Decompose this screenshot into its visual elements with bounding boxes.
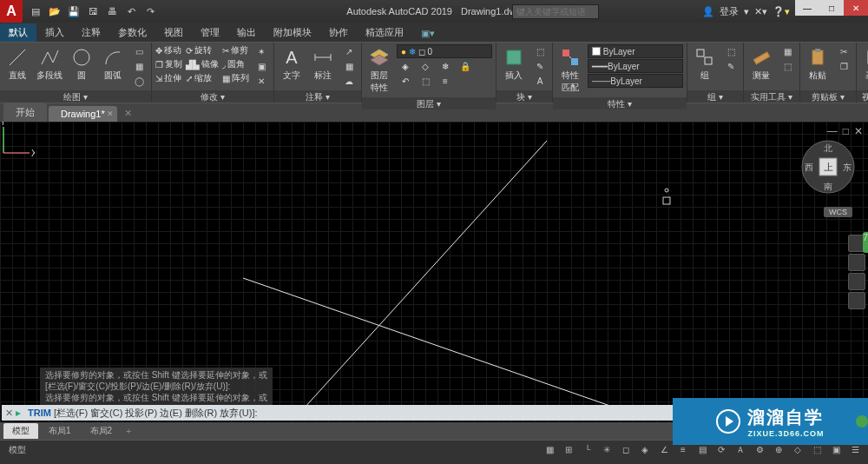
layer-selector[interactable]: ● ❄ ◻ 0 (397, 44, 492, 58)
leader-icon[interactable]: ↗ (340, 44, 358, 58)
tab-addins[interactable]: 附加模块 (265, 23, 320, 42)
model-tab[interactable]: 模型 (3, 423, 38, 439)
scale-icon[interactable]: ⤢ (186, 74, 193, 83)
doctab-add[interactable]: ✕ (119, 105, 137, 122)
hatch-icon[interactable]: ▦ (130, 59, 148, 73)
wcs-badge[interactable]: WCS (824, 207, 852, 217)
qat-saveas-icon[interactable]: 🖫 (85, 3, 101, 19)
doctab-start[interactable]: 开始 (3, 103, 47, 122)
qat-open-icon[interactable]: 📂 (47, 3, 62, 19)
edit-block-icon[interactable]: ✎ (531, 59, 549, 73)
group-label-draw[interactable]: 绘图 ▾ (0, 90, 151, 103)
status-osnap-icon[interactable]: ◻ (618, 443, 634, 457)
status-otrack-icon[interactable]: ∠ (656, 443, 672, 457)
stretch-icon[interactable]: ⇲ (155, 74, 162, 83)
group-label-props[interactable]: 特性 ▾ (553, 97, 687, 109)
rect-icon[interactable]: ▭ (130, 44, 148, 58)
layer-match-icon[interactable]: ⬚ (417, 74, 434, 88)
app-logo[interactable]: A (0, 0, 23, 23)
polyline-button[interactable]: 多段线 (35, 44, 64, 83)
cmdline-close-icon[interactable]: ✕ (2, 408, 16, 419)
tab-featured[interactable]: 精选应用 (357, 23, 412, 42)
color-selector[interactable]: ByLayer (588, 44, 683, 58)
base-button[interactable]: 基点 (860, 44, 868, 83)
tab-parametric[interactable]: 参数化 (109, 23, 155, 42)
arc-button[interactable]: 圆弧 (99, 44, 127, 83)
mirror-icon[interactable]: ▟▙ (186, 60, 200, 70)
table-icon[interactable]: ▦ (340, 59, 358, 73)
doctab-drawing1[interactable]: Drawing1*✕ (49, 106, 117, 122)
insert-block-button[interactable]: 插入 (500, 44, 528, 83)
layer-freeze-icon[interactable]: ❄ (437, 59, 454, 73)
group-edit-icon[interactable]: ✎ (722, 59, 740, 73)
line-button[interactable]: 直线 (3, 44, 31, 83)
qat-new-icon[interactable]: ▤ (28, 3, 43, 19)
layer-lock-icon[interactable]: 🔒 (457, 59, 474, 73)
group-label-modify[interactable]: 修改 ▾ (152, 90, 273, 103)
create-block-icon[interactable]: ⬚ (531, 44, 549, 58)
measure-button[interactable]: 测量 (747, 44, 775, 83)
copy-clip-icon[interactable]: ❐ (835, 59, 852, 73)
status-snap-icon[interactable]: ⊞ (561, 443, 576, 457)
cloud-icon[interactable]: ☁ (340, 74, 358, 88)
close-button[interactable]: ✕ (844, 0, 868, 16)
offset-icon[interactable]: ▣ (253, 59, 270, 73)
search-input[interactable] (512, 4, 599, 19)
tab-default[interactable]: 默认 (0, 23, 36, 42)
move-icon[interactable]: ✥ (155, 46, 162, 56)
status-ortho-icon[interactable]: └ (580, 443, 595, 457)
circle-button[interactable]: 圆 (68, 44, 95, 83)
dim-button[interactable]: 标注 (309, 44, 337, 83)
explode-icon[interactable]: ✶ (253, 44, 270, 58)
status-modespace[interactable]: 模型 (9, 444, 26, 456)
match-props-button[interactable]: 特性 匹配 (556, 44, 584, 96)
layer-walk-icon[interactable]: ≡ (437, 74, 454, 88)
help-icon[interactable]: ❔▾ (773, 6, 790, 17)
minimize-button[interactable]: — (795, 0, 819, 16)
paste-button[interactable]: 粘贴 (804, 44, 832, 83)
title-user-area[interactable]: 👤 登录 ▾ ✕▾ ❔▾ (702, 5, 790, 18)
text-button[interactable]: A文字 (278, 44, 306, 83)
group-button[interactable]: 组 (691, 44, 719, 83)
view-cube[interactable]: 上 北 南 西 东 (800, 139, 856, 195)
group-label-layers[interactable]: 图层 ▾ (362, 97, 496, 109)
erase-icon[interactable]: ✕ (253, 74, 270, 88)
tab-output[interactable]: 输出 (228, 23, 265, 42)
group-label-group[interactable]: 组 ▾ (687, 90, 743, 103)
tab-manage[interactable]: 管理 (192, 23, 228, 42)
qat-undo-icon[interactable]: ↶ (123, 3, 139, 19)
attr-icon[interactable]: A (531, 74, 549, 88)
group-label-view[interactable]: 视图 ▾ (857, 90, 868, 103)
tab-collab[interactable]: 协作 (320, 23, 357, 42)
status-grid-icon[interactable]: ▦ (542, 443, 557, 457)
drawing-canvas[interactable]: — □ ✕ 上 北 南 西 东 WCS Y X 选择要修剪的对象，或按住 Shi… (0, 122, 868, 422)
qat-redo-icon[interactable]: ↷ (142, 3, 158, 19)
linetype-selector[interactable]: ─── ByLayer (588, 74, 683, 88)
group-label-block[interactable]: 块 ▾ (496, 90, 552, 103)
nav-orbit-icon[interactable] (848, 273, 865, 290)
trim-icon[interactable]: ✂ (222, 46, 229, 56)
lineweight-selector[interactable]: ━━━ ByLayer (588, 59, 683, 73)
tab-view[interactable]: 视图 (155, 23, 192, 42)
group-label-util[interactable]: 实用工具 ▾ (744, 90, 799, 103)
ungroup-icon[interactable]: ⬚ (722, 44, 740, 58)
nav-wheel-icon[interactable] (848, 292, 865, 309)
exchange-icon[interactable]: ✕▾ (754, 6, 767, 17)
qselect-icon[interactable]: ⬚ (779, 59, 796, 73)
group-label-annot[interactable]: 注释 ▾ (274, 90, 361, 103)
layer-off-icon[interactable]: ◇ (417, 59, 434, 73)
cut-icon[interactable]: ✂ (835, 44, 852, 58)
layer-iso-icon[interactable]: ◈ (397, 59, 414, 73)
maximize-button[interactable]: □ (819, 0, 844, 16)
layer-props-button[interactable]: 图层 特性 (365, 44, 393, 96)
fillet-icon[interactable]: ◞ (222, 60, 226, 70)
array-icon[interactable]: ▦ (222, 74, 230, 83)
calc-icon[interactable]: ▦ (779, 44, 796, 58)
qat-plot-icon[interactable]: 🖶 (104, 3, 120, 19)
tab-insert[interactable]: 插入 (36, 23, 73, 42)
qat-save-icon[interactable]: 💾 (66, 3, 82, 19)
tab-annotate[interactable]: 注释 (73, 23, 109, 42)
layout2-tab[interactable]: 布局2 (82, 423, 122, 439)
layout-add-tab[interactable]: + (122, 425, 135, 438)
group-label-clip[interactable]: 剪贴板 ▾ (800, 90, 856, 103)
